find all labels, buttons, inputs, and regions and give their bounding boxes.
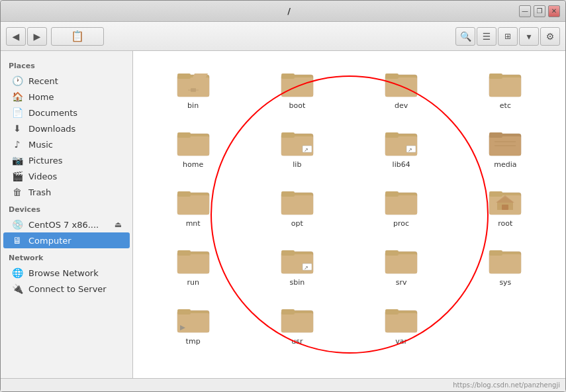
svg-rect-34 [177,195,209,215]
folder-usr[interactable]: usr [248,297,346,351]
svg-rect-47 [502,205,508,210]
svg-rect-37 [281,195,313,215]
folder-dev[interactable]: dev [352,62,451,115]
location-button[interactable]: 📋 [51,27,104,46]
svg-rect-35 [177,191,191,197]
sidebar-item-documents[interactable]: 📄 Documents [3,105,130,121]
svg-rect-70 [385,313,417,332]
files-grid: bin boot [144,62,555,351]
folder-home[interactable]: home [144,121,242,174]
folder-var-icon [384,303,418,334]
folder-lib[interactable]: ↗ lib [248,121,346,174]
folder-var[interactable]: var [352,297,451,351]
maximize-button[interactable]: ❐ [534,5,545,17]
settings-button[interactable]: ⚙ [540,27,560,46]
folder-srv-icon [384,244,418,275]
folder-tmp-icon [176,303,211,334]
sidebar-item-recent[interactable]: 🕐 Recent [3,73,130,89]
folder-usr-label: usr [291,337,303,346]
folder-bin-label: bin [187,101,199,110]
svg-text:↗: ↗ [304,265,308,271]
forward-button[interactable]: ▶ [27,27,47,46]
devices-header: Devices [1,200,132,217]
network-header: Network [1,248,132,265]
svg-rect-64 [177,309,191,315]
folder-srv[interactable]: srv [352,238,451,292]
folder-dev-icon [384,67,418,99]
folder-lib64-label: lib64 [393,160,410,169]
folder-usr-icon [280,303,314,334]
folder-lib64[interactable]: ↗ lib64 [352,121,451,174]
folder-media[interactable]: media [456,121,555,174]
sidebar-item-recent-label: Recent [28,76,58,86]
grid-view-button[interactable]: ⊞ [498,27,518,46]
folder-mnt-icon [176,185,211,217]
search-button[interactable]: 🔍 [455,27,475,46]
folder-media-icon [488,126,522,158]
sidebar-item-home[interactable]: 🏠 Home [3,89,130,105]
folder-run-label: run [187,278,199,287]
folder-mnt[interactable]: mnt [144,179,242,233]
sidebar-item-centos[interactable]: 💿 CentOS 7 x86.... ⏏ [3,217,130,232]
sidebar-item-pictures[interactable]: 📷 Pictures [3,152,130,168]
sidebar-item-computer[interactable]: 🖥 Computer [3,232,130,248]
folder-opt[interactable]: opt [248,179,346,233]
minimize-button[interactable]: — [519,5,531,17]
folder-lib-icon: ↗ [280,126,314,158]
folder-sys[interactable]: sys [456,238,555,292]
svg-rect-50 [177,250,191,256]
svg-rect-16 [177,136,209,156]
folder-tmp[interactable]: tmp [144,297,242,351]
connect-server-icon: 🔌 [11,283,23,294]
browse-network-icon: 🌐 [11,268,23,278]
svg-rect-63 [177,313,209,332]
svg-rect-11 [385,74,399,79]
sidebar-item-videos[interactable]: 🎬 Videos [3,168,130,184]
titlebar: / — ❐ ✕ [1,1,565,22]
folder-proc[interactable]: proc [352,179,451,233]
folder-proc-icon [384,185,418,217]
svg-text:↗: ↗ [408,147,412,153]
sidebar-item-connect-server[interactable]: 🔌 Connect to Server [3,281,130,297]
svg-rect-44 [489,191,502,197]
folder-run-icon [176,244,211,275]
eject-icon[interactable]: ⏏ [115,220,122,229]
sidebar-item-music[interactable]: ♪ Music [3,136,130,152]
folder-sbin-label: sbin [290,278,305,287]
back-button[interactable]: ◀ [6,27,26,46]
svg-rect-7 [281,77,313,97]
folder-bin-icon [176,67,211,99]
folder-bin[interactable]: bin [144,62,242,115]
sidebar-item-browse-network[interactable]: 🌐 Browse Network [3,265,130,281]
sort-button[interactable]: ▾ [519,27,539,46]
svg-rect-8 [281,74,295,79]
sidebar-item-trash-label: Trash [28,187,51,197]
folder-home-icon [176,126,211,158]
close-button[interactable]: ✕ [548,5,560,17]
folder-lib64-icon: ↗ [384,126,418,158]
folder-srv-label: srv [396,278,407,287]
chevron-down-icon: ▾ [526,31,531,42]
svg-rect-67 [281,313,313,332]
sidebar-item-trash[interactable]: 🗑 Trash [3,184,130,200]
videos-icon: 🎬 [11,171,23,181]
svg-rect-25 [385,132,399,138]
sidebar-item-downloads[interactable]: ⬇ Downloads [3,121,130,136]
content-area: bin boot [133,51,565,378]
folder-sbin[interactable]: ↗ sbin [248,238,346,292]
folder-boot[interactable]: boot [248,62,346,115]
list-view-button[interactable]: ☰ [477,27,496,46]
svg-rect-30 [489,132,502,138]
trash-icon: 🗑 [11,187,23,197]
svg-rect-10 [385,77,417,97]
folder-opt-label: opt [291,219,303,228]
folder-run[interactable]: run [144,238,242,292]
folder-root[interactable]: root [456,179,555,233]
titlebar-controls: — ❐ ✕ [519,5,560,17]
folder-dev-label: dev [395,101,408,110]
downloads-icon: ⬇ [11,123,23,134]
pictures-icon: 📷 [11,155,23,166]
computer-icon: 🖥 [11,235,23,246]
folder-etc[interactable]: etc [456,62,555,115]
folder-sys-icon [488,244,522,275]
